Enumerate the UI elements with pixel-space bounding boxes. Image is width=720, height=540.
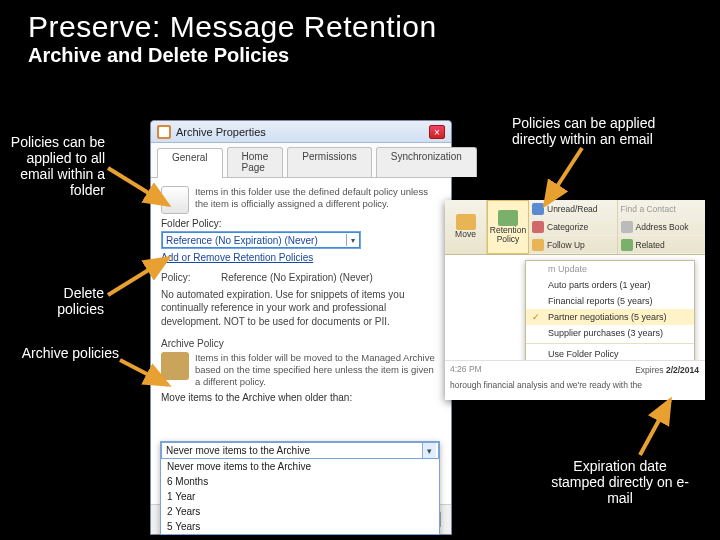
address-book-label: Address Book	[636, 222, 689, 232]
menu-item[interactable]: Financial reports (5 years)	[526, 293, 694, 309]
dropdown-option[interactable]: 5 Years	[161, 519, 439, 534]
related-button[interactable]: Related	[618, 236, 706, 254]
policy-desc: No automated expiration. Use for snippet…	[161, 288, 441, 329]
policy-key: Policy:	[161, 271, 221, 285]
move-icon	[456, 214, 476, 230]
related-icon	[621, 239, 633, 251]
email-preview: 4:26 PM Expires 2/2/2014 horough financi…	[445, 360, 705, 400]
add-remove-policies-link[interactable]: Add or Remove Retention Policies	[161, 252, 313, 263]
archive-age-value: Never move items to the Archive	[166, 445, 310, 456]
folder-policy-select[interactable]: Reference (No Expiration) (Never) ▾	[161, 231, 361, 249]
callout-expiration: Expiration date stamped directly on e-ma…	[550, 458, 690, 506]
move-button[interactable]: Move	[445, 200, 487, 254]
folder-policy-value: Reference (No Expiration) (Never)	[166, 235, 318, 246]
policy-intro: Items in this folder use the defined def…	[195, 186, 441, 210]
preview-text: horough financial analysis and we're rea…	[450, 380, 700, 390]
tab-synchronization[interactable]: Synchronization	[376, 147, 477, 177]
archive-intro: Items in this folder will be moved to th…	[195, 352, 441, 388]
retention-label: Retention Policy	[490, 226, 526, 245]
chevron-down-icon[interactable]: ▾	[422, 443, 436, 458]
archive-age-selected[interactable]: Never move items to the Archive ▾	[161, 442, 439, 459]
menu-item[interactable]: Supplier purchases (3 years)	[526, 325, 694, 341]
dialog-tabs: General Home Page Permissions Synchroniz…	[151, 143, 451, 178]
menu-item[interactable]: m Update	[526, 261, 694, 277]
chevron-down-icon[interactable]: ▾	[346, 234, 358, 246]
callout-folder: Policies can be applied to all email wit…	[5, 134, 105, 198]
retention-policy-button[interactable]: Retention Policy	[487, 200, 529, 254]
folder-icon	[157, 125, 171, 139]
tab-homepage[interactable]: Home Page	[227, 147, 284, 177]
dropdown-option[interactable]: 1 Year	[161, 489, 439, 504]
outlook-ribbon: Move Retention Policy Unread/Read Catego…	[445, 200, 705, 400]
slide-subtitle: Archive and Delete Policies	[0, 44, 720, 73]
categorize-icon	[532, 221, 544, 233]
svg-line-4	[640, 400, 670, 455]
book-icon	[621, 221, 633, 233]
dialog-title-text: Archive Properties	[176, 126, 266, 138]
dropdown-option[interactable]: Never move items to the Archive	[161, 459, 439, 474]
close-icon[interactable]: ×	[429, 125, 445, 139]
callout-email: Policies can be applied directly within …	[512, 115, 702, 147]
svg-line-3	[545, 148, 582, 205]
preview-time: 4:26 PM	[450, 364, 482, 374]
slide-title: Preserve: Message Retention	[0, 0, 720, 44]
flag-icon	[532, 239, 544, 251]
archive-move-label: Move items to the Archive when older tha…	[161, 392, 441, 403]
address-book-button[interactable]: Address Book	[618, 218, 706, 236]
expires-value: 2/2/2014	[666, 365, 699, 375]
policy-icon	[161, 186, 189, 214]
tab-general[interactable]: General	[157, 148, 223, 178]
find-contact-label: Find a Contact	[621, 204, 676, 214]
archive-age-dropdown[interactable]: Never move items to the Archive ▾ Never …	[160, 441, 440, 535]
unread-label: Unread/Read	[547, 204, 598, 214]
followup-button[interactable]: Follow Up	[529, 236, 617, 254]
callout-archive: Archive policies	[5, 345, 119, 361]
categorize-button[interactable]: Categorize	[529, 218, 617, 236]
tab-permissions[interactable]: Permissions	[287, 147, 371, 177]
dialog-titlebar[interactable]: Archive Properties ×	[151, 121, 451, 143]
policy-val: Reference (No Expiration) (Never)	[221, 272, 373, 283]
callout-delete: Delete policies	[48, 285, 104, 317]
move-label: Move	[455, 230, 476, 239]
expires-label: Expires	[635, 365, 663, 375]
related-label: Related	[636, 240, 665, 250]
followup-label: Follow Up	[547, 240, 585, 250]
mail-icon	[532, 203, 544, 215]
dropdown-option[interactable]: 2 Years	[161, 504, 439, 519]
retention-icon	[498, 210, 518, 226]
unread-read-button[interactable]: Unread/Read	[529, 200, 617, 218]
archive-age-options: Never move items to the Archive 6 Months…	[161, 459, 439, 534]
dropdown-option[interactable]: 6 Months	[161, 474, 439, 489]
find-contact-input[interactable]: Find a Contact	[618, 200, 706, 218]
menu-item-selected[interactable]: Partner negotiations (5 years)	[526, 309, 694, 325]
menu-item[interactable]: Auto parts orders (1 year)	[526, 277, 694, 293]
folder-policy-label: Folder Policy:	[161, 218, 441, 229]
archive-policy-heading: Archive Policy	[161, 338, 441, 349]
categorize-label: Categorize	[547, 222, 588, 232]
archive-box-icon	[161, 352, 189, 380]
